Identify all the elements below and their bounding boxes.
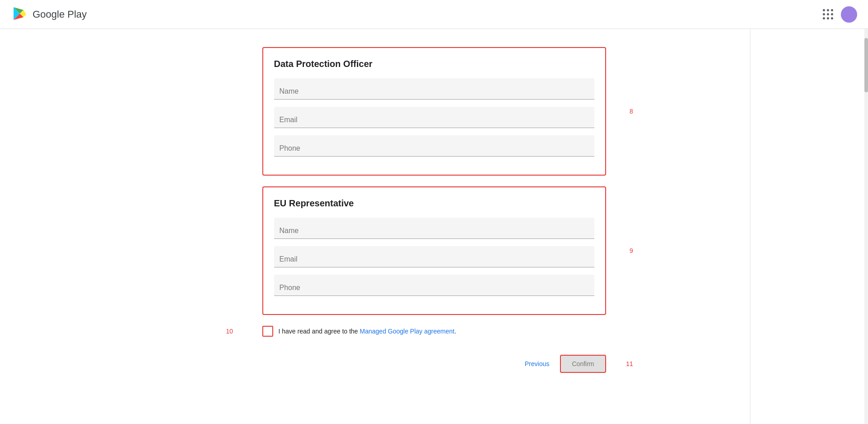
grid-dot	[827, 17, 829, 19]
app-header: Google Play	[0, 0, 868, 29]
agreement-number: 10	[226, 328, 233, 335]
dpo-name-field	[274, 78, 594, 100]
eu-rep-name-field	[274, 218, 594, 239]
grid-dot	[831, 17, 833, 19]
main-content: Data Protection Officer 8 EU Representat…	[0, 29, 868, 418]
agreement-checkbox[interactable]	[262, 326, 273, 337]
dpo-section-number: 8	[630, 108, 633, 115]
dpo-section-wrapper: Data Protection Officer 8	[262, 47, 606, 176]
grid-dot	[827, 13, 829, 15]
action-number: 11	[626, 360, 633, 367]
header-left: Google Play	[11, 5, 87, 24]
grid-dot	[823, 13, 825, 15]
scrollbar-thumb[interactable]	[864, 38, 868, 92]
grid-dot	[823, 17, 825, 19]
dpo-email-input[interactable]	[274, 107, 594, 128]
apps-icon[interactable]	[823, 9, 834, 20]
grid-dot	[831, 13, 833, 15]
dpo-section: Data Protection Officer	[262, 47, 606, 176]
form-container: Data Protection Officer 8 EU Representat…	[262, 47, 606, 373]
dpo-email-field	[274, 107, 594, 128]
eu-rep-section: EU Representative	[262, 186, 606, 315]
google-play-logo	[11, 5, 29, 24]
grid-dot	[823, 9, 825, 11]
agreement-link[interactable]: Managed Google Play agreement	[360, 328, 454, 335]
eu-rep-name-input[interactable]	[274, 218, 594, 239]
agreement-prefix: I have read and agree to the	[279, 328, 360, 335]
header-right	[823, 6, 857, 23]
scrollbar-track[interactable]	[864, 29, 868, 424]
eu-rep-section-wrapper: EU Representative 9	[262, 186, 606, 315]
eu-rep-section-number: 9	[630, 247, 633, 254]
eu-rep-phone-field	[274, 275, 594, 296]
agreement-suffix: .	[455, 328, 456, 335]
eu-rep-email-input[interactable]	[274, 246, 594, 267]
grid-dot	[827, 9, 829, 11]
vertical-divider	[750, 29, 750, 424]
confirm-button[interactable]: Confirm	[560, 355, 606, 373]
dpo-name-input[interactable]	[274, 78, 594, 100]
dpo-section-title: Data Protection Officer	[274, 59, 594, 69]
eu-rep-email-field	[274, 246, 594, 267]
eu-rep-phone-input[interactable]	[274, 275, 594, 296]
header-title: Google Play	[33, 9, 87, 20]
dpo-phone-field	[274, 135, 594, 157]
eu-rep-section-title: EU Representative	[274, 198, 594, 209]
agreement-text: I have read and agree to the Managed Goo…	[279, 328, 456, 335]
avatar[interactable]	[841, 6, 857, 23]
action-row: Previous Confirm 11	[262, 355, 606, 373]
dpo-phone-input[interactable]	[274, 135, 594, 157]
previous-button[interactable]: Previous	[517, 356, 556, 372]
grid-dot	[831, 9, 833, 11]
